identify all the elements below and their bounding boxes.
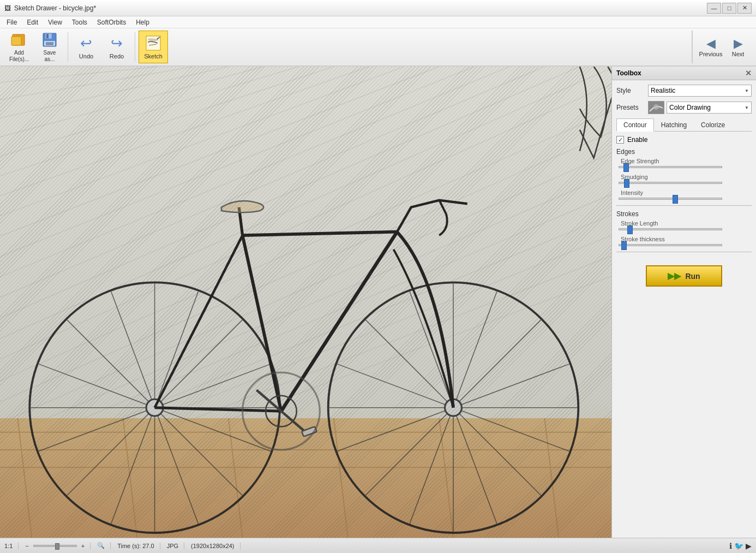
info-icon: 🔍 [97,542,105,549]
edge-strength-thumb[interactable] [623,163,629,172]
toolbox-header: Toolbox ✕ [612,67,756,80]
presets-dropdown-wrapper: Color Drawing Pencil Sketch Black & Whit… [667,102,752,114]
app-title: Sketch Drawer - bicycle.jpg* [14,4,96,12]
stroke-thickness-track[interactable] [619,244,722,246]
smudging-thumb[interactable] [624,179,629,188]
toolbox-close-button[interactable]: ✕ [745,69,752,78]
toolbox-title: Toolbox [616,69,641,77]
menu-file[interactable]: File [2,16,21,28]
edge-strength-track[interactable] [619,166,722,168]
toolbar-sep-2 [135,32,135,62]
social-icon-1[interactable]: 🐦 [734,542,743,550]
zoom-minus-icon: − [25,543,28,549]
hatch-overlay [0,67,611,538]
zoom-slider[interactable] [33,545,77,547]
presets-row: Presets Color Drawing Pencil Sketch [616,101,752,114]
toolbar: AddFile(s)... Saveas... ↩ Undo ↪ Redo [0,28,756,67]
save-icon [41,31,58,49]
intensity-label: Intensity [619,189,752,196]
status-bar: 1:1 − + 🔍 Time (s): 27.0 JPG (1920x1280x… [0,538,756,553]
run-button-wrapper: ▶▶ Run [616,257,752,295]
previous-icon: ◀ [706,37,716,51]
smudging-track[interactable] [619,182,722,184]
previous-label: Previous [699,51,723,57]
menu-tools[interactable]: Tools [68,16,92,28]
status-zoom-slider-section: − + [25,543,91,549]
menu-view[interactable]: View [44,16,67,28]
zoom-level: 1:1 [4,543,13,549]
sketch-icon [145,34,162,52]
sketch-button[interactable]: Sketch [139,31,168,63]
undo-icon: ↩ [77,34,95,52]
save-label: Saveas... [44,50,56,63]
redo-button[interactable]: ↪ Redo [102,31,131,63]
edges-section-label: Edges [616,148,752,156]
status-social-icons: ℹ 🐦 ▶ [729,542,752,550]
toolbar-sep-1 [68,32,68,62]
menu-bar: File Edit View Tools SoftOrbits Help [0,16,756,28]
bicycle-sketch [0,67,611,538]
save-button[interactable]: Saveas... [35,31,64,63]
next-button[interactable]: ▶ Next [724,31,752,63]
info-circle-icon[interactable]: ℹ [729,542,732,550]
stroke-thickness-row: Stroke thickness [616,236,752,246]
stroke-length-row: Stroke Length [616,220,752,230]
add-files-button[interactable]: AddFile(s)... [4,31,34,63]
style-label: Style [616,87,644,94]
presets-label: Presets [616,104,644,111]
title-bar-controls: — □ ✕ [707,3,752,14]
intensity-track[interactable] [619,198,722,200]
edge-strength-label: Edge Strength [619,158,752,164]
tab-contour[interactable]: Contour [616,118,654,132]
strokes-section-label: Strokes [616,210,752,218]
toolbox-panel: Toolbox ✕ Style Realistic Cartoon Simple… [611,67,756,538]
toolbox-body: Style Realistic Cartoon Simple Presets [612,80,756,300]
title-bar: 🖼 Sketch Drawer - bicycle.jpg* — □ ✕ [0,0,756,16]
app-icon: 🖼 [4,4,11,12]
minimize-button[interactable]: — [707,3,721,14]
run-icon: ▶▶ [668,271,681,281]
smudging-row: Smudging [616,174,752,184]
intensity-thumb[interactable] [673,195,678,204]
run-label: Run [685,272,700,281]
zoom-thumb[interactable] [55,543,59,550]
toolbar-nav: ◀ Previous ▶ Next [692,31,752,63]
run-button[interactable]: ▶▶ Run [646,265,722,287]
stroke-length-thumb[interactable] [627,225,633,234]
enable-row: ✓ Enable [616,136,752,144]
menu-softorbits[interactable]: SoftOrbits [93,16,130,28]
add-files-icon [10,31,28,49]
redo-label: Redo [110,53,124,60]
status-format: JPG [167,543,184,549]
divider-2 [616,252,752,252]
stroke-thickness-thumb[interactable] [621,241,627,250]
zoom-plus-icon: + [81,543,85,549]
previous-button[interactable]: ◀ Previous [697,31,724,63]
tab-hatching[interactable]: Hatching [654,118,694,131]
next-icon: ▶ [734,37,743,51]
stroke-length-label: Stroke Length [619,220,752,227]
toolbox-tabs: Contour Hatching Colorize [616,118,752,132]
tab-colorize[interactable]: Colorize [694,118,732,131]
stroke-length-track[interactable] [619,228,722,230]
social-icon-2[interactable]: ▶ [746,542,752,550]
svg-point-85 [653,104,659,110]
close-button[interactable]: ✕ [737,3,752,14]
status-time: Time (s): 27.0 [117,543,160,549]
status-info-icon-section: 🔍 [97,542,111,549]
enable-checkbox[interactable]: ✓ [616,136,624,144]
undo-button[interactable]: ↩ Undo [71,31,101,63]
main-area: Toolbox ✕ Style Realistic Cartoon Simple… [0,67,756,538]
svg-rect-1 [11,37,21,45]
maximize-button[interactable]: □ [722,3,736,14]
redo-icon: ↪ [108,34,125,52]
status-zoom: 1:1 [4,543,19,549]
menu-help[interactable]: Help [131,16,154,28]
style-dropdown[interactable]: Realistic Cartoon Simple [648,85,752,97]
menu-edit[interactable]: Edit [22,16,43,28]
edge-strength-row: Edge Strength [616,158,752,168]
svg-rect-4 [46,34,49,38]
divider-1 [616,205,752,206]
presets-dropdown[interactable]: Color Drawing Pencil Sketch Black & Whit… [667,102,752,114]
time-label: Time (s): 27.0 [117,543,154,549]
